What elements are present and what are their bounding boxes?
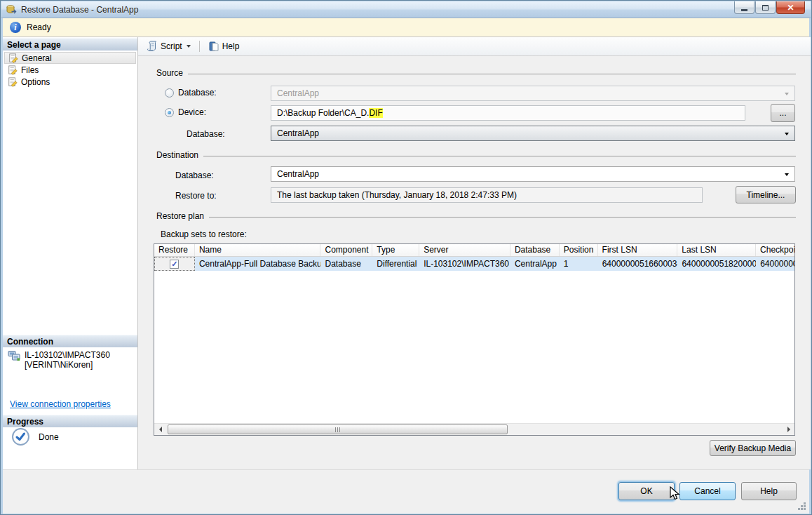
select-a-page-header: Select a page bbox=[3, 38, 137, 51]
scroll-right-arrow[interactable] bbox=[783, 424, 794, 435]
restore-checkbox-cell: ✓ bbox=[154, 257, 195, 271]
cell-first-lsn: 64000000516600034 bbox=[598, 259, 678, 269]
source-group-label: Source bbox=[156, 68, 183, 78]
info-icon: i bbox=[10, 22, 21, 33]
horizontal-scrollbar[interactable] bbox=[154, 423, 794, 435]
help-button-label: Help bbox=[222, 41, 240, 51]
server-connection-icon bbox=[8, 350, 20, 361]
destination-group-label: Destination bbox=[156, 150, 198, 160]
scrollbar-thumb[interactable] bbox=[168, 424, 508, 434]
source-database-combo: CentralApp bbox=[271, 86, 795, 101]
verify-backup-media-label: Verify Backup Media bbox=[715, 443, 791, 453]
sidebar: Select a page General Files Optio bbox=[3, 37, 138, 469]
arrow-right-icon bbox=[787, 427, 790, 432]
script-dropdown-arrow-icon[interactable] bbox=[187, 45, 191, 48]
destination-database-label: Database: bbox=[175, 170, 214, 180]
chevron-down-icon[interactable] bbox=[785, 133, 789, 135]
resize-grip[interactable] bbox=[804, 508, 806, 510]
maximize-icon bbox=[762, 5, 769, 11]
column-header-server[interactable]: Server bbox=[419, 244, 510, 256]
page-icon bbox=[8, 53, 18, 63]
column-header-checkpoint[interactable]: Checkpoi bbox=[756, 244, 794, 256]
maximize-button[interactable] bbox=[755, 1, 776, 14]
browse-device-button[interactable]: ... bbox=[771, 104, 795, 122]
source-database-radio[interactable] bbox=[165, 88, 174, 98]
verify-backup-media-button[interactable]: Verify Backup Media bbox=[710, 440, 796, 456]
cell-last-lsn: 64000000518200001 bbox=[677, 259, 756, 269]
script-icon bbox=[147, 41, 158, 52]
destination-database-combo[interactable]: CentralApp bbox=[271, 166, 795, 182]
restore-database-icon bbox=[6, 4, 17, 15]
ok-button-label: OK bbox=[640, 486, 652, 496]
script-button[interactable]: Script bbox=[144, 39, 194, 53]
chevron-down-icon bbox=[785, 93, 789, 95]
checkmark-icon: ✓ bbox=[171, 260, 177, 268]
toolbar-separator bbox=[199, 41, 200, 52]
close-icon: ✕ bbox=[787, 3, 794, 13]
ok-button[interactable]: OK bbox=[618, 482, 675, 500]
sidebar-item-general[interactable]: General bbox=[4, 52, 136, 64]
backup-sets-label: Backup sets to restore: bbox=[161, 229, 247, 239]
title-bar: Restore Database - CentralApp ✕ bbox=[1, 1, 811, 18]
cell-type: Differential bbox=[372, 259, 419, 269]
status-text: Ready bbox=[27, 22, 51, 32]
scroll-left-arrow[interactable] bbox=[154, 424, 166, 435]
minimize-icon bbox=[741, 9, 747, 11]
table-row[interactable]: ✓ CentralApp-Full Database Backup Databa… bbox=[154, 257, 794, 271]
restore-database-dialog: Restore Database - CentralApp ✕ i Ready … bbox=[0, 0, 812, 515]
progress-header: Progress bbox=[3, 415, 137, 427]
chevron-down-icon[interactable] bbox=[785, 173, 789, 176]
source-database-select-value: CentralApp bbox=[277, 128, 319, 138]
sidebar-item-options[interactable]: Options bbox=[4, 76, 136, 88]
source-database-select[interactable]: CentralApp bbox=[271, 126, 795, 141]
column-header-database[interactable]: Database bbox=[510, 244, 560, 256]
source-database-select-label: Database: bbox=[187, 129, 225, 139]
source-database-combo-value: CentralApp bbox=[277, 88, 319, 98]
device-path-highlighted-text: DIF bbox=[369, 108, 382, 118]
help-book-icon bbox=[208, 41, 219, 52]
destination-database-value: CentralApp bbox=[277, 169, 319, 179]
window-title: Restore Database - CentralApp bbox=[21, 5, 138, 15]
page-icon bbox=[8, 77, 18, 87]
cell-checkpoint-lsn: 64000000 bbox=[756, 259, 794, 269]
timeline-button[interactable]: Timeline... bbox=[736, 186, 796, 203]
sidebar-item-label: Options bbox=[21, 77, 50, 87]
restore-checkbox[interactable]: ✓ bbox=[170, 260, 179, 269]
device-path-text: D:\Backup Folder\CA_D. bbox=[277, 108, 369, 118]
sidebar-item-files[interactable]: Files bbox=[4, 64, 136, 76]
view-connection-properties-link[interactable]: View connection properties bbox=[10, 399, 111, 409]
close-button[interactable]: ✕ bbox=[776, 1, 805, 14]
progress-status-text: Done bbox=[39, 432, 59, 442]
column-header-component[interactable]: Component bbox=[320, 244, 372, 256]
column-header-name[interactable]: Name bbox=[195, 244, 321, 256]
progress-status-row: Done bbox=[11, 427, 59, 446]
restore-plan-group-header: Restore plan bbox=[156, 211, 796, 221]
column-header-first-lsn[interactable]: First LSN bbox=[598, 244, 678, 256]
minimize-button[interactable] bbox=[734, 1, 755, 14]
column-header-type[interactable]: Type bbox=[372, 244, 419, 256]
toolbar: Script Help bbox=[138, 37, 811, 56]
source-database-radio-label: Database: bbox=[178, 88, 217, 98]
device-path-input[interactable]: D:\Backup Folder\CA_D.DIF bbox=[271, 105, 745, 121]
connection-user: [VERINT\NiKoren] bbox=[25, 360, 110, 370]
arrow-left-icon bbox=[159, 427, 162, 432]
source-device-radio-label: Device: bbox=[178, 107, 206, 117]
browse-button-label: ... bbox=[779, 108, 786, 118]
restore-to-label: Restore to: bbox=[175, 191, 217, 201]
column-header-last-lsn[interactable]: Last LSN bbox=[677, 244, 756, 256]
done-check-icon bbox=[11, 427, 30, 446]
source-device-radio[interactable] bbox=[165, 108, 174, 117]
help-button[interactable]: Help bbox=[741, 482, 797, 500]
main-panel: Script Help Source Database: CentralApp bbox=[138, 37, 811, 469]
timeline-button-label: Timeline... bbox=[747, 190, 785, 200]
column-header-restore[interactable]: Restore bbox=[154, 244, 195, 256]
connection-info: IL-103102\IMPACT360 [VERINT\NiKoren] bbox=[8, 350, 110, 370]
restore-to-input[interactable]: The last backup taken (Thursday, January… bbox=[271, 187, 703, 203]
restore-to-value: The last backup taken (Thursday, January… bbox=[277, 190, 517, 200]
cancel-button[interactable]: Cancel bbox=[679, 482, 736, 500]
destination-group-header: Destination bbox=[156, 150, 796, 160]
connection-header: Connection bbox=[3, 335, 137, 347]
column-header-position[interactable]: Position bbox=[560, 244, 598, 256]
help-toolbar-button[interactable]: Help bbox=[205, 39, 243, 53]
cell-position: 1 bbox=[560, 259, 598, 269]
